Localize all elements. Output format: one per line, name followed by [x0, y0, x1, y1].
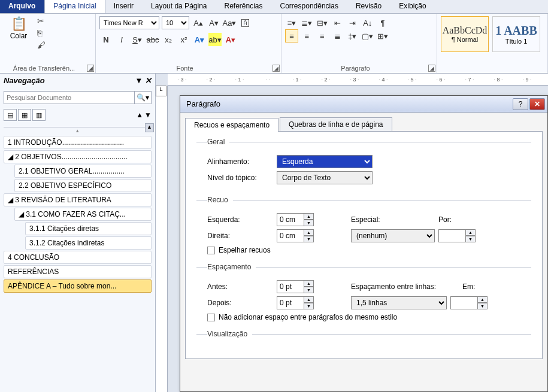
label-antes: Antes:: [207, 282, 273, 291]
fieldset-espacamento: Espaçamento Antes: ▲▼ Espaçamento entre …: [196, 263, 531, 330]
outline-node[interactable]: 4 CONCLUSÃO: [4, 251, 152, 264]
paragraph-dialog-launcher[interactable]: ◢: [428, 65, 435, 72]
tab-revisao[interactable]: Revisão: [347, 0, 390, 13]
view-results-button[interactable]: ▥: [32, 109, 46, 121]
nav-close-icon[interactable]: ✕: [145, 76, 152, 85]
outline-node[interactable]: ◢ 3 REVISÃO DE LITERATURA: [4, 193, 152, 206]
line-spacing-icon[interactable]: ‡▾: [346, 29, 359, 42]
tab-selector-icon[interactable]: L: [156, 86, 166, 96]
nao-adicionar-checkbox[interactable]: Não adicionar espaço entre parágrafos do…: [207, 313, 526, 321]
bold-icon[interactable]: N: [99, 33, 113, 46]
tab-layout[interactable]: Layout da Página: [143, 0, 216, 13]
tab-arquivo[interactable]: Arquivo: [0, 0, 44, 13]
legend-espacamento: Espaçamento: [207, 263, 256, 271]
scroll-up-icon[interactable]: ▲: [145, 123, 154, 132]
vertical-ruler[interactable]: L: [156, 86, 168, 392]
view-headings-button[interactable]: ▤: [4, 109, 17, 121]
outline-node[interactable]: 3.1.1 Citações diretas: [25, 222, 152, 235]
font-color-icon[interactable]: A▾: [224, 33, 237, 46]
ribbon-tabs: Arquivo Página Inicial Inserir Layout da…: [0, 0, 548, 14]
document-area: L · 3 ·· 2 ·· 1 ·· ·· 1 ·· 2 ·· 3 ·· 4 ·…: [156, 74, 548, 392]
subscript-icon[interactable]: x₂: [162, 33, 175, 46]
justify-icon[interactable]: ≣: [331, 29, 344, 42]
underline-icon[interactable]: S▾: [131, 33, 144, 46]
clipboard-icon: 📋: [11, 16, 27, 32]
numbering-icon[interactable]: ≣▾: [300, 16, 313, 29]
tab-referencias[interactable]: Referências: [216, 0, 272, 13]
nav-dropdown-icon[interactable]: ▼: [135, 76, 143, 85]
style-titulo1[interactable]: 1 AABB Título 1: [492, 16, 540, 52]
espelhar-checkbox[interactable]: Espelhar recuos: [207, 246, 526, 254]
outline-node[interactable]: ◢ 2 OBJETIVOS...........................…: [4, 150, 152, 163]
cut-icon[interactable]: ✂: [37, 16, 46, 26]
shrink-font-icon[interactable]: A▾: [207, 16, 220, 29]
show-marks-icon[interactable]: ¶: [376, 16, 389, 29]
align-left-icon[interactable]: ≡: [285, 29, 298, 42]
change-case-icon[interactable]: Aa▾: [223, 16, 236, 29]
align-right-icon[interactable]: ≡: [316, 29, 329, 42]
clipboard-dialog-launcher[interactable]: ◢: [87, 65, 94, 72]
paste-button[interactable]: 📋 Colar: [4, 16, 34, 50]
main-area: Navegação ▼ ✕ 🔍▾ ▤ ▦ ▥ ▲ ▼ ▲ ▴ 1 INTRODU…: [0, 74, 548, 392]
por-spinner[interactable]: ▲▼: [438, 229, 476, 242]
outline-node[interactable]: 2.1 OBJETIVO GERAL................: [14, 165, 152, 178]
increase-indent-icon[interactable]: ⇥: [346, 16, 359, 29]
horizontal-ruler[interactable]: · 3 ·· 2 ·· 1 ·· ·· 1 ·· 2 ·· 3 ·· 4 ·· …: [168, 74, 548, 86]
style-normal[interactable]: AaBbCcDd ¶ Normal: [441, 16, 489, 52]
align-center-icon[interactable]: ≡: [300, 29, 313, 42]
direita-spinner[interactable]: ▲▼: [277, 229, 314, 242]
help-button[interactable]: ?: [513, 98, 528, 110]
bullets-icon[interactable]: ≡▾: [285, 16, 298, 29]
outline-node[interactable]: 2.2 OBJETIVO ESPECÍFICO: [14, 179, 152, 192]
style-t1-label: Título 1: [505, 38, 528, 45]
tab-correspondencias[interactable]: Correspondências: [272, 0, 347, 13]
tab-exibicao[interactable]: Exibição: [390, 0, 435, 13]
legend-recuo: Recuo: [207, 196, 233, 204]
view-pages-button[interactable]: ▦: [18, 109, 31, 121]
outline-node[interactable]: 3.1.2 Citações indiretas: [25, 236, 152, 250]
close-button[interactable]: ✕: [529, 98, 545, 110]
antes-spinner[interactable]: ▲▼: [277, 280, 314, 293]
em-spinner[interactable]: ▲▼: [450, 296, 488, 309]
especial-select[interactable]: (nenhum): [351, 229, 435, 242]
entre-linhas-select[interactable]: 1,5 linhas: [351, 296, 447, 309]
outline-node[interactable]: REFERÊNCIAS: [4, 265, 152, 278]
sort-icon[interactable]: A↓: [361, 16, 374, 29]
outline-node[interactable]: ◢ 3.1 COMO FAZER AS CITAÇ...: [14, 208, 152, 221]
highlight-icon[interactable]: ab▾: [208, 33, 222, 46]
shading-icon[interactable]: ▢▾: [361, 29, 374, 42]
text-effects-icon[interactable]: A▾: [193, 33, 206, 46]
dialog-titlebar[interactable]: Parágrafo ? ✕: [180, 96, 547, 113]
italic-icon[interactable]: I: [115, 33, 128, 46]
search-icon[interactable]: 🔍▾: [135, 91, 152, 104]
format-painter-icon[interactable]: 🖌: [37, 40, 46, 50]
tab-inserir[interactable]: Inserir: [105, 0, 143, 13]
font-size-select[interactable]: 10: [162, 16, 189, 29]
collapse-up-icon[interactable]: ▲: [136, 111, 143, 119]
search-input[interactable]: [4, 91, 135, 104]
copy-icon[interactable]: ⎘: [37, 28, 46, 38]
outline-tree[interactable]: ▲ ▴ 1 INTRODUÇÃO........................…: [0, 122, 155, 392]
font-dialog-launcher[interactable]: ◢: [273, 65, 280, 72]
tab-pagina-inicial[interactable]: Página Inicial: [44, 0, 105, 13]
group-paragraph: ≡▾ ≣▾ ⊟▾ ⇤ ⇥ A↓ ¶ ≡ ≡ ≡ ≣ ‡▾ ▢▾ ⊞▾ Parág…: [281, 14, 437, 73]
dlg-tab-quebras[interactable]: Quebras de linha e de página: [280, 117, 392, 131]
outline-node[interactable]: 1 INTRODUÇÃO............................…: [4, 136, 152, 149]
decrease-indent-icon[interactable]: ⇤: [331, 16, 344, 29]
font-name-select[interactable]: Times New R: [99, 16, 159, 29]
grow-font-icon[interactable]: A▴: [192, 16, 205, 29]
alinhamento-select[interactable]: Esquerda: [277, 155, 373, 168]
multilevel-icon[interactable]: ⊟▾: [316, 16, 329, 29]
dlg-tab-recuos[interactable]: Recuos e espaçamento: [185, 118, 278, 132]
depois-spinner[interactable]: ▲▼: [277, 296, 314, 309]
fieldset-recuo: Recuo Esquerda: ▲▼ Especial: Por: Direit…: [196, 196, 531, 263]
esquerda-spinner[interactable]: ▲▼: [277, 213, 314, 226]
clear-format-icon[interactable]: 🄰: [238, 16, 252, 29]
expand-down-icon[interactable]: ▼: [144, 111, 152, 119]
borders-icon[interactable]: ⊞▾: [376, 29, 389, 42]
nivel-select[interactable]: Corpo de Texto: [277, 171, 373, 184]
superscript-icon[interactable]: x²: [177, 33, 190, 46]
group-font: Times New R 10 A▴ A▾ Aa▾ 🄰 N I S▾ abc x₂…: [96, 14, 281, 73]
strike-icon[interactable]: abc: [146, 33, 159, 46]
outline-node[interactable]: APÊNDICE A – Tudo sobre mon...: [4, 279, 152, 293]
